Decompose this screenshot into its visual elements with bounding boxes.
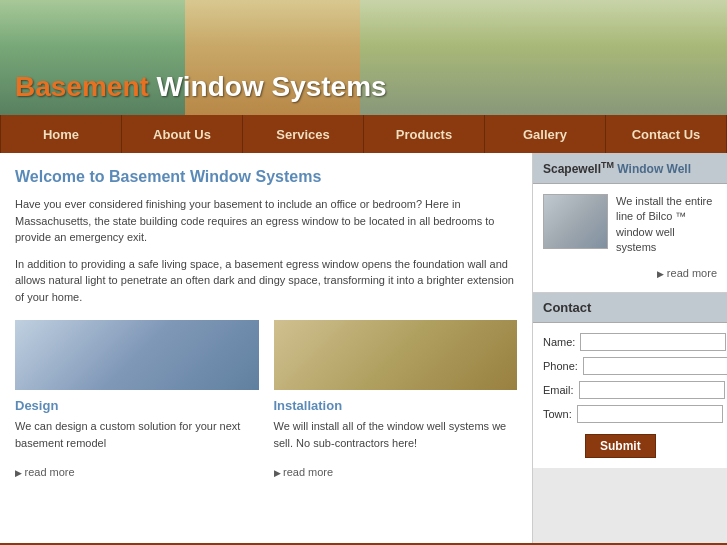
form-row-name: Name:	[543, 333, 717, 351]
features-section: Design We can design a custom solution f…	[15, 320, 517, 478]
scapewell-image	[543, 194, 608, 249]
installation-title: Installation	[274, 398, 518, 413]
installation-image	[274, 320, 518, 390]
scapewell-header: ScapewellTM Window Well	[533, 153, 727, 184]
title-orange: Basement	[15, 71, 149, 102]
right-sidebar: ScapewellTM Window Well We install the e…	[532, 153, 727, 543]
contact-header: Contact	[533, 293, 727, 323]
form-row-email: Email:	[543, 381, 717, 399]
email-input[interactable]	[579, 381, 725, 399]
design-title: Design	[15, 398, 259, 413]
design-read-more[interactable]: read more	[15, 466, 259, 478]
phone-input[interactable]	[583, 357, 727, 375]
form-row-phone: Phone:	[543, 357, 717, 375]
design-image	[15, 320, 259, 390]
installation-description: We will install all of the window well s…	[274, 418, 518, 451]
nav-home[interactable]: Home	[0, 115, 122, 153]
feature-installation: Installation We will install all of the …	[274, 320, 518, 478]
town-label: Town:	[543, 408, 577, 420]
submit-button[interactable]: Submit	[585, 434, 656, 458]
main-content: Welcome to Basement Window Systems Have …	[0, 153, 532, 543]
name-input[interactable]	[580, 333, 726, 351]
installation-read-more[interactable]: read more	[274, 466, 518, 478]
nav-gallery[interactable]: Gallery	[485, 115, 606, 153]
intro-paragraph-2: In addition to providing a safe living s…	[15, 256, 517, 306]
contact-section: Contact Name: Phone: Email: Town:	[533, 292, 727, 468]
scapewell-body: We install the entire line of Bilco ™ wi…	[533, 184, 727, 292]
name-label: Name:	[543, 336, 580, 348]
nav-products[interactable]: Products	[364, 115, 485, 153]
nav-services[interactable]: Services	[243, 115, 364, 153]
scapewell-read-more[interactable]: read more	[543, 264, 717, 282]
phone-label: Phone:	[543, 360, 583, 372]
feature-design: Design We can design a custom solution f…	[15, 320, 259, 478]
site-header: Basement Window Systems	[0, 0, 727, 115]
intro-paragraph-1: Have you ever considered finishing your …	[15, 196, 517, 246]
scapewell-description: We install the entire line of Bilco ™ wi…	[616, 194, 717, 256]
scapewell-section: ScapewellTM Window Well We install the e…	[533, 153, 727, 292]
nav-contact[interactable]: Contact Us	[606, 115, 727, 153]
contact-form: Name: Phone: Email: Town: Submit	[533, 323, 727, 468]
nav-about[interactable]: About Us	[122, 115, 243, 153]
site-title: Basement Window Systems	[15, 71, 387, 103]
main-nav: Home About Us Services Products Gallery …	[0, 115, 727, 153]
email-label: Email:	[543, 384, 579, 396]
scapewell-content: We install the entire line of Bilco ™ wi…	[543, 194, 717, 256]
main-layout: Welcome to Basement Window Systems Have …	[0, 153, 727, 543]
welcome-heading: Welcome to Basement Window Systems	[15, 168, 517, 186]
town-input[interactable]	[577, 405, 723, 423]
title-white: Window Systems	[149, 71, 387, 102]
design-description: We can design a custom solution for your…	[15, 418, 259, 451]
header-panel-3	[360, 0, 727, 115]
form-row-town: Town:	[543, 405, 717, 423]
